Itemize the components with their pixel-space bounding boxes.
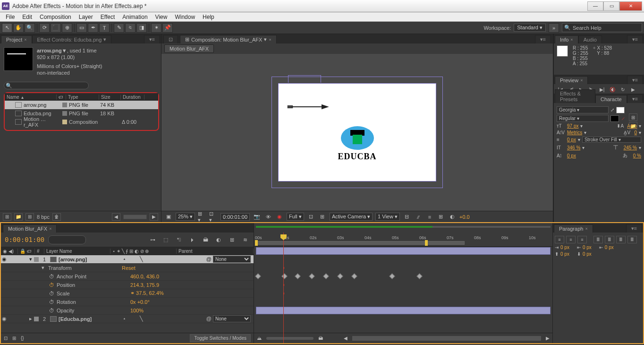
menu-layer[interactable]: Layer (75, 13, 97, 21)
vscale-value[interactable]: 346 % (567, 145, 580, 150)
font-style-selector[interactable]: Regular ▾ (557, 115, 609, 122)
ram-preview-button[interactable]: ▶ (628, 85, 638, 94)
tl-motion-blur-icon[interactable]: ◐ (214, 235, 223, 244)
eyedropper-icon[interactable]: ⤢ (610, 107, 614, 112)
trash-icon[interactable]: 🗑 (52, 213, 61, 221)
tool-brush[interactable]: ✎ (114, 23, 124, 33)
tool-zoom[interactable]: 🔍 (25, 23, 35, 33)
prop-scale[interactable]: ⏱ Scale ⚭ 37.5, 62.4% (1, 289, 254, 298)
prop-rotation[interactable]: ⏱ Rotation 0x +0.0° (1, 298, 254, 306)
keyframe[interactable] (295, 273, 301, 279)
workspace-selector[interactable]: Standard ▾ (514, 24, 546, 32)
visibility-toggle[interactable]: ◉ (1, 256, 8, 262)
track-layer-2[interactable] (254, 306, 552, 315)
tab-project[interactable]: Project× (1, 35, 32, 43)
tab-audio[interactable]: Audio (578, 35, 602, 43)
always-preview-icon[interactable]: ▣ (164, 213, 173, 221)
menu-composition[interactable]: Composition (36, 13, 75, 21)
parent-selector[interactable]: None (213, 315, 251, 322)
prop-position[interactable]: ◀ ◇ ▶ ⏱ Position 214.3, 175.9 (1, 281, 254, 289)
folder-icon[interactable]: 📁 (14, 213, 23, 221)
tl-icon-5[interactable]: 🏔 (201, 235, 210, 244)
fast-preview-icon[interactable]: ⫽ (414, 213, 423, 221)
menu-window[interactable]: Window (171, 13, 199, 21)
first-line-value[interactable]: 0 px (583, 245, 592, 250)
justify-last-left-button[interactable]: ≣ (593, 236, 603, 243)
loop-button[interactable]: ↻ (618, 85, 627, 94)
project-item-arrow[interactable]: arrow.png PNG file 74 KB (5, 101, 158, 109)
zoom-selector[interactable]: 25% ▾ (176, 213, 195, 221)
exposure-value[interactable]: +0.0 (459, 214, 470, 220)
comp-subtab[interactable]: Motion Blur_AFX (164, 44, 214, 53)
keyframe[interactable] (416, 273, 423, 279)
menu-help[interactable]: Help (199, 13, 218, 21)
transparency-icon[interactable]: ⊞ (318, 213, 327, 221)
grid-icon[interactable]: ⊞ ▾ (198, 213, 206, 221)
tl-icon-3[interactable]: *⃝ (174, 235, 184, 244)
tsume-value[interactable]: 0 % (633, 153, 641, 158)
menu-animation[interactable]: Animation (119, 13, 151, 21)
justify-last-right-button[interactable]: ≣ (616, 236, 626, 243)
panel-menu-icon[interactable]: ▾≡ (627, 95, 643, 103)
maximize-button[interactable]: ▭ (603, 1, 619, 11)
tool-camera[interactable]: ⬛ (51, 23, 61, 33)
kerning-value[interactable]: Metrics (567, 130, 582, 135)
toggle-layer-icon[interactable]: ⊞ (12, 336, 16, 341)
space-after-value[interactable]: 0 px (583, 251, 592, 257)
show-snapshot-icon[interactable]: 👁 (264, 213, 272, 221)
parent-pickwhip-icon[interactable]: @ (206, 256, 212, 262)
visibility-toggle[interactable]: ◉ (1, 316, 8, 322)
fill-color-swatch[interactable] (616, 107, 625, 113)
tl-icon-1[interactable]: ⊶ (148, 235, 157, 244)
reset-exposure-icon[interactable]: ◐ (448, 213, 457, 221)
tool-roto[interactable]: ✶ (151, 23, 161, 33)
camera-selector[interactable]: Active Camera ▾ (330, 213, 373, 221)
keyframe[interactable] (351, 273, 357, 279)
tool-pen[interactable]: ✒ (88, 23, 98, 33)
prop-opacity[interactable]: ⏱ Opacity 100% (1, 306, 254, 315)
tool-text[interactable]: T (99, 23, 110, 33)
timeline-search-input[interactable] (48, 235, 86, 244)
prop-anchor-point[interactable]: ⏱ Anchor Point 460.0, 436.0 (1, 272, 254, 281)
workspace-more-icon[interactable]: » (549, 23, 559, 33)
new-comp-icon[interactable]: ⊞ (25, 213, 34, 221)
keyframe[interactable] (309, 273, 315, 279)
hscale-value[interactable]: 245 % (624, 145, 637, 150)
mask-icon[interactable]: ⊡ ▾ (209, 213, 218, 221)
snapshot-icon[interactable]: 📷 (253, 213, 261, 221)
tab-paragraph[interactable]: Paragraph× (554, 224, 593, 233)
tl-icon-8[interactable]: ≋ (240, 235, 250, 244)
close-icon[interactable]: × (24, 37, 26, 42)
expand-icon[interactable]: ▸ (27, 316, 34, 322)
tool-hand[interactable]: ✋ (13, 23, 24, 33)
mute-button[interactable]: 🔇 (608, 85, 617, 94)
tracking-value[interactable]: 0 (634, 130, 637, 135)
timeline-layer-2[interactable]: ◉ ▸ 2 [Educba.png] ⋆╲ @ None (1, 315, 254, 323)
tool-selection[interactable]: ↖ (2, 23, 12, 33)
link-icon[interactable]: ⚭ (130, 290, 135, 296)
arrow-layer[interactable] (287, 104, 330, 110)
align-left-button[interactable]: ≡ (555, 236, 564, 243)
stopwatch-icon[interactable]: ⏱ (48, 308, 55, 313)
menu-file[interactable]: File (2, 13, 18, 21)
stopwatch-icon[interactable]: ⏱ (48, 282, 55, 288)
stopwatch-icon[interactable]: ⏱ (48, 291, 55, 296)
indent-left-value[interactable]: 0 px (560, 245, 569, 250)
close-button[interactable]: ✕ (619, 1, 642, 11)
tool-rectangle[interactable]: ▭ (76, 23, 87, 33)
transform-group[interactable]: ▾ Transform Reset (1, 264, 254, 272)
scroll-right-icon[interactable]: ▶ (546, 336, 550, 341)
space-before-value[interactable]: 0 px (560, 251, 569, 257)
close-icon[interactable]: × (269, 37, 271, 42)
baseline-value[interactable]: 0 px (567, 153, 576, 158)
keyframe[interactable] (255, 273, 261, 279)
tab-composition[interactable]: ⊞ Composition: Motion Blur_AFX ▾ × (180, 35, 277, 43)
tool-rotation[interactable]: ⟳ (39, 23, 50, 33)
track-layer-1[interactable] (254, 247, 552, 255)
timeline-ruler[interactable]: 00s 01s 02s 03s 04s 05s 06s 07s 08s 09s … (254, 223, 552, 247)
no-stroke-icon[interactable]: ⟋ (621, 116, 626, 121)
panel-menu-icon[interactable]: ▾≡ (535, 35, 551, 43)
parent-selector[interactable]: None (213, 256, 251, 263)
last-frame-button[interactable]: ▶| (597, 85, 607, 94)
resolution-selector[interactable]: Full ▾ (287, 213, 304, 221)
